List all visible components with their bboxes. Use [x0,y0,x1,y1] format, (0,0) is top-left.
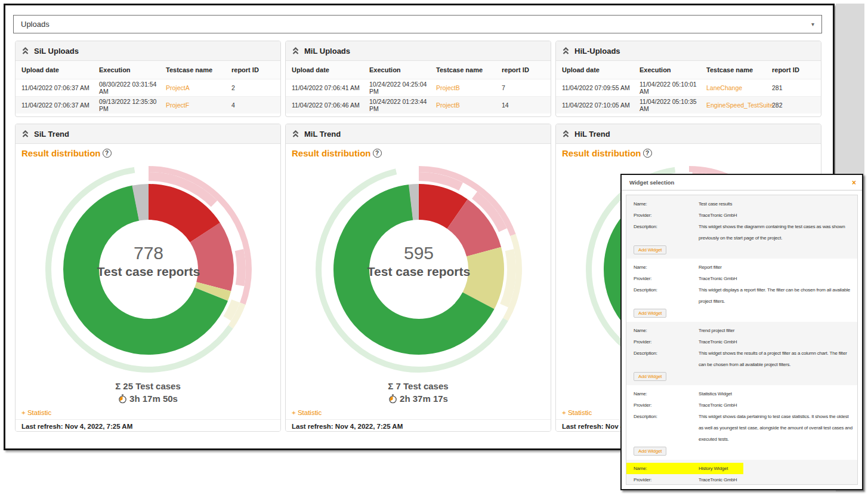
widget-description-row: Description: This widget shows data pert… [626,411,857,445]
widget-name: History Widget [699,463,857,474]
widget-entry-highlighted: Name: History Widget Provider: TraceTron… [626,460,857,485]
panel-sil-trend: SiL Trend Result distribution ? 778 Test… [15,124,281,432]
table-header-row: Upload date Execution Testcase name repo… [16,61,280,79]
widget-name-row-highlighted: Name: History Widget [626,463,857,474]
panel-title: SiL Trend [34,130,69,139]
table-row: 11/04/2022 07:06:41 AM 10/24/2022 04:25:… [286,79,551,96]
testcase-link[interactable]: LaneChange [706,84,772,91]
report-id-cell: 281 [772,84,815,91]
result-distribution-heading: Result distribution ? [292,148,382,158]
add-widget-button[interactable]: Add Widget [634,447,666,456]
testcase-link[interactable]: EngineSpeed_TestSuite [706,102,772,109]
widget-description-row: Description: This widget shows the resul… [626,348,857,370]
report-id-cell: 2 [231,84,274,91]
widget-name-row: Name: Statistics Widget [626,388,857,399]
dialog-title: Widget selection [629,179,674,186]
report-id-cell: 4 [231,102,274,109]
col-report-id: report ID [231,66,274,73]
widget-provider-row: Provider: TraceTronic GmbH [626,474,857,485]
widget-provider-row: Provider: TraceTronic GmbH [626,336,857,348]
add-widget-button[interactable]: Add Widget [634,309,666,318]
widget-provider: TraceTronic GmbH [699,399,857,411]
duration-line: 3h 17m 50s [16,394,280,404]
collapse-up-icon[interactable] [21,47,29,55]
table-header-row: Upload date Execution Testcase name repo… [286,61,551,79]
execution-cell: 09/13/2022 12:35:30 PM [99,98,166,112]
widget-name: Report filter [699,262,857,273]
widget-provider-row: Provider: TraceTronic GmbH [626,399,857,411]
collapse-up-icon[interactable] [21,130,29,138]
last-refresh: Last refresh: Nov 4, 2022, 7:25 AM [286,419,551,432]
statistic-link[interactable]: + Statistic [562,409,592,416]
testcase-link[interactable]: ProjectB [436,84,502,91]
last-refresh: Last refresh: Nov 4, 2022, 7:25 AM [16,419,280,432]
statistic-link[interactable]: + Statistic [21,409,51,416]
testcase-link[interactable]: ProjectB [436,102,502,109]
col-upload-date: Upload date [21,66,99,73]
statistic-link[interactable]: + Statistic [292,409,322,416]
widget-entry: Name: Test case results Provider: TraceT… [626,195,857,259]
widget-name: Statistics Widget [699,388,857,399]
col-execution: Execution [369,66,436,73]
stopwatch-icon [118,394,127,404]
widget-selection-dialog: Widget selection × Name: Test case resul… [620,174,863,490]
execution-cell: 10/24/2022 04:25:04 PM [369,81,436,95]
dashboard-selector-value: Uploads [21,20,50,29]
report-id-cell: 282 [772,102,815,109]
result-distribution-donut[interactable]: 778 Test case reports [38,159,259,380]
panel-mil-uploads: MiL Uploads Upload date Execution Testca… [285,41,551,117]
help-icon[interactable]: ? [103,149,112,158]
widget-provider-row: Provider: TraceTronic GmbH [626,210,857,221]
donut-chart-svg[interactable] [308,159,529,380]
panel-header: MiL Trend [286,124,551,144]
duration-value: 2h 37m 17s [400,394,448,404]
chevron-down-icon: ▾ [811,21,814,27]
upload-date-cell: 11/04/2022 07:10:05 AM [562,102,640,109]
widget-entry: Name: Statistics Widget Provider: TraceT… [626,385,857,460]
execution-cell: 08/30/2022 03:31:54 AM [99,81,166,95]
widget-description: This widget shows the results of a proje… [699,348,857,370]
table-row: 11/04/2022 07:06:46 AM 10/24/2022 01:23:… [286,96,551,113]
execution-cell: 11/04/2022 05:10:35 AM [640,98,706,112]
col-execution: Execution [640,66,706,73]
dashboard-selector[interactable]: Uploads ▾ [13,15,822,33]
table-row: 11/04/2022 07:06:37 AM 08/30/2022 03:31:… [16,79,280,96]
report-id-cell: 7 [502,84,545,91]
panel-sil-uploads: SiL Uploads Upload date Execution Testca… [15,41,281,117]
widget-name-row: Name: Test case results [626,198,857,210]
panel-title: SiL Uploads [34,47,79,56]
help-icon[interactable]: ? [643,149,652,158]
col-testcase-name: Testcase name [436,66,502,73]
widget-description: This widget displays a report filter. Th… [699,284,857,307]
add-widget-button[interactable]: Add Widget [634,372,666,381]
widget-provider-row: Provider: TraceTronic GmbH [626,273,857,284]
col-report-id: report ID [772,66,815,73]
collapse-up-icon[interactable] [292,47,299,55]
collapse-up-icon[interactable] [562,130,570,138]
donut-chart-svg[interactable] [38,159,259,380]
collapse-up-icon[interactable] [292,130,299,138]
col-testcase-name: Testcase name [706,66,772,73]
widget-name: Test case results [699,198,857,210]
result-distribution-heading: Result distribution ? [21,148,112,158]
duration-line: 2h 37m 17s [286,394,551,404]
widget-provider: TraceTronic GmbH [699,273,857,284]
col-testcase-name: Testcase name [166,66,231,73]
execution-cell: 10/24/2022 01:23:44 PM [369,98,436,112]
testcase-link[interactable]: ProjectF [166,102,231,109]
upload-date-cell: 11/04/2022 07:06:46 AM [292,102,369,109]
collapse-up-icon[interactable] [562,47,570,55]
close-icon[interactable]: × [852,179,856,186]
panel-mil-trend: MiL Trend Result distribution ? 595 Test… [285,124,551,432]
add-widget-button[interactable]: Add Widget [634,245,666,254]
result-distribution-donut[interactable]: 595 Test case reports [308,159,529,380]
panel-header: HiL-Uploads [556,41,821,61]
panel-header: HiL Trend [556,124,821,144]
stopwatch-icon [388,394,397,404]
col-report-id: report ID [502,66,545,73]
widget-provider: TraceTronic GmbH [699,474,857,485]
help-icon[interactable]: ? [373,149,382,158]
report-id-cell: 14 [502,102,545,109]
upload-date-cell: 11/04/2022 07:09:55 AM [562,84,640,91]
testcase-link[interactable]: ProjectA [166,84,231,91]
